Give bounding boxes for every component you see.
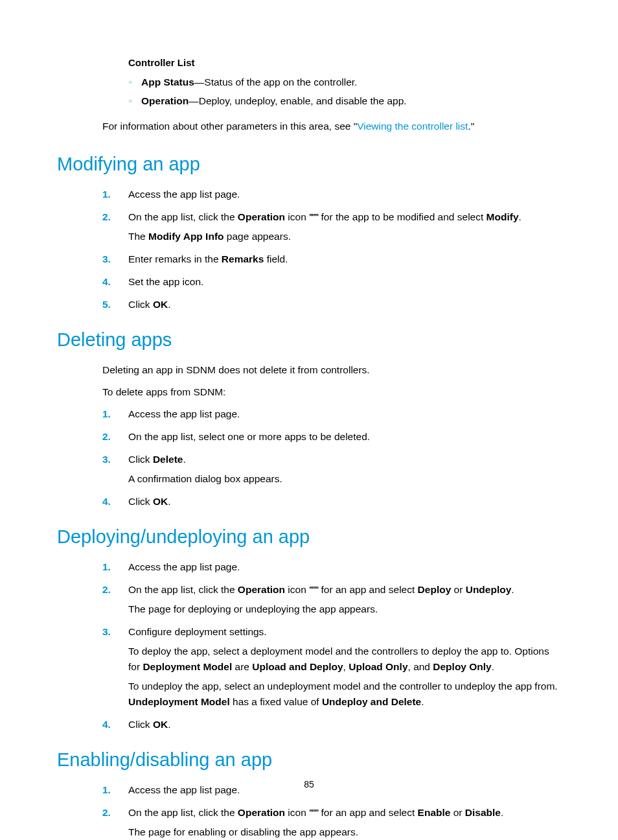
step-text: Click OK. bbox=[128, 494, 561, 509]
step-number: 3. bbox=[102, 452, 128, 487]
info-paragraph: For information about other parameters i… bbox=[102, 119, 561, 134]
deploying-steps: 1. Access the app list page. 2. On the a… bbox=[102, 559, 561, 732]
step-number: 2. bbox=[102, 582, 128, 617]
list-item: 3. Click Delete. A confirmation dialog b… bbox=[102, 452, 561, 487]
step-text: On the app list, click the Operation ico… bbox=[128, 805, 561, 840]
heading-deploying-undeploying: Deploying/undeploying an app bbox=[57, 526, 561, 548]
step-number: 4. bbox=[102, 494, 128, 509]
bullet-text: —Status of the app on the controller. bbox=[194, 76, 358, 88]
step-number: 2. bbox=[102, 209, 128, 244]
step-text: Click OK. bbox=[128, 717, 561, 732]
bullet-operation: ○ Operation—Deploy, undeploy, enable, an… bbox=[128, 93, 561, 110]
operation-dots-icon: """ bbox=[309, 808, 318, 817]
step-text: Access the app list page. bbox=[128, 559, 561, 575]
list-item: 5. Click OK. bbox=[102, 297, 561, 312]
heading-deleting-apps: Deleting apps bbox=[57, 329, 561, 351]
list-item: 3. Configure deployment settings. To dep… bbox=[102, 624, 561, 710]
deleting-intro1: Deleting an app in SDNM does not delete … bbox=[102, 362, 561, 378]
deleting-intro2: To delete apps from SDNM: bbox=[102, 384, 561, 400]
document-page: Controller List ○ App Status—Status of t… bbox=[0, 0, 618, 840]
bullet-label: App Status bbox=[141, 76, 194, 88]
list-item: 1. Access the app list page. bbox=[102, 187, 561, 202]
step-text: Click Delete. A confirmation dialog box … bbox=[128, 452, 561, 487]
step-text: Configure deployment settings. To deploy… bbox=[128, 624, 561, 710]
controller-list-heading: Controller List bbox=[128, 57, 561, 68]
bullet-text: —Deploy, undeploy, enable, and disable t… bbox=[189, 95, 406, 106]
bullet-label: Operation bbox=[141, 95, 189, 106]
step-text: Enter remarks in the Remarks field. bbox=[128, 251, 561, 267]
list-item: 1. Access the app list page. bbox=[102, 406, 561, 422]
step-number: 3. bbox=[102, 624, 128, 710]
list-item: 4. Set the app icon. bbox=[102, 274, 561, 290]
operation-dots-icon: """ bbox=[309, 585, 318, 594]
step-text: On the app list, click the Operation ico… bbox=[128, 209, 561, 244]
step-number: 1. bbox=[102, 187, 128, 202]
operation-dots-icon: """ bbox=[309, 213, 318, 222]
bullet-icon: ○ bbox=[128, 75, 141, 90]
step-number: 2. bbox=[102, 805, 128, 840]
step-text: Click OK. bbox=[128, 297, 561, 312]
list-item: 4. Click OK. bbox=[102, 494, 561, 509]
list-item: 1. Access the app list page. bbox=[102, 559, 561, 575]
viewing-controller-list-link[interactable]: Viewing the controller list bbox=[357, 121, 468, 132]
page-number: 85 bbox=[0, 779, 618, 789]
step-number: 4. bbox=[102, 274, 128, 290]
step-number: 4. bbox=[102, 717, 128, 732]
step-number: 3. bbox=[102, 251, 128, 267]
list-item: 2. On the app list, click the Operation … bbox=[102, 805, 561, 840]
deleting-steps: 1. Access the app list page. 2. On the a… bbox=[102, 406, 561, 509]
step-text: On the app list, select one or more apps… bbox=[128, 429, 561, 445]
bullet-app-status: ○ App Status—Status of the app on the co… bbox=[128, 75, 561, 91]
step-text: Access the app list page. bbox=[128, 406, 561, 422]
step-number: 2. bbox=[102, 429, 128, 445]
list-item: 2. On the app list, click the Operation … bbox=[102, 209, 561, 244]
step-text: Access the app list page. bbox=[128, 187, 561, 202]
step-number: 1. bbox=[102, 406, 128, 422]
list-item: 2. On the app list, select one or more a… bbox=[102, 429, 561, 445]
heading-enabling-disabling: Enabling/disabling an app bbox=[57, 749, 561, 771]
enabling-steps: 1. Access the app list page. 2. On the a… bbox=[102, 782, 561, 840]
modifying-steps: 1. Access the app list page. 2. On the a… bbox=[102, 187, 561, 312]
heading-modifying-an-app: Modifying an app bbox=[57, 154, 561, 175]
list-item: 2. On the app list, click the Operation … bbox=[102, 582, 561, 617]
list-item: 3. Enter remarks in the Remarks field. bbox=[102, 251, 561, 267]
step-number: 1. bbox=[102, 559, 128, 575]
bullet-icon: ○ bbox=[128, 93, 141, 109]
list-item: 4. Click OK. bbox=[102, 717, 561, 732]
step-text: On the app list, click the Operation ico… bbox=[128, 582, 561, 617]
step-number: 5. bbox=[102, 297, 128, 312]
step-text: Set the app icon. bbox=[128, 274, 561, 290]
